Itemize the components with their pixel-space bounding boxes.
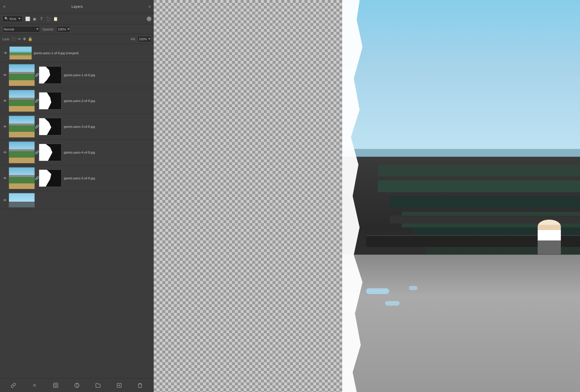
layers-panel: ✕ Layers ≡ 🔍 Kind ⬜ ◉ T ⬛ 📋 Normal Opaci… — [0, 0, 154, 392]
layer-item[interactable]: 👁 giants-pano-1-of-8.jpg (merged) — [0, 44, 154, 62]
layer-name: giants-pano-4-of-8.jpg — [64, 151, 151, 154]
visibility-icon[interactable]: 👁 — [3, 51, 8, 55]
visibility-icon[interactable]: 👁 — [2, 176, 8, 180]
new-group-button[interactable] — [94, 381, 102, 389]
link-icon: 🔗 — [35, 150, 39, 154]
pixel-filter-icon[interactable]: ⬜ — [25, 17, 30, 21]
opacity-input[interactable]: 100% — [56, 26, 70, 32]
smartobj-filter-icon[interactable]: 📋 — [53, 17, 58, 21]
layer-item[interactable]: 👁 🔗 giants-pano-1-of-8.jpg — [0, 62, 154, 88]
photo-content — [342, 0, 580, 392]
chevron-down-icon — [36, 28, 39, 30]
search-icon: 🔍 — [4, 17, 8, 21]
link-icon: 🔗 — [35, 176, 39, 180]
svg-rect-0 — [54, 383, 58, 387]
svg-point-1 — [55, 384, 57, 386]
layer-name: giants-pano-1-of-8.jpg (merged) — [34, 51, 151, 55]
panel-footer: fx — [0, 378, 154, 392]
visibility-icon[interactable]: 👁 — [2, 150, 8, 155]
canvas-image — [342, 0, 580, 392]
visibility-icon[interactable]: 👁 — [2, 198, 8, 203]
adjustment-filter-icon[interactable]: ◉ — [32, 17, 37, 21]
panel-title: Layers — [71, 4, 83, 9]
fx-icon: fx — [33, 383, 36, 387]
layer-item[interactable]: 👁 🔗 giants-pano-2-of-8.jpg — [0, 88, 154, 114]
layer-mask-thumbnail — [39, 118, 61, 135]
lock-icons-group: ⬛ ✏ ✥ 🔒 — [12, 37, 32, 41]
visibility-icon[interactable]: 👁 — [2, 125, 8, 129]
new-adjustment-button[interactable] — [73, 381, 81, 389]
type-filter-icon[interactable]: T — [39, 17, 44, 21]
layer-thumbnail — [9, 167, 35, 189]
panel-menu-button[interactable]: ≡ — [148, 4, 151, 9]
filter-bar: 🔍 Kind ⬜ ◉ T ⬛ 📋 — [0, 13, 154, 24]
layer-mask-thumbnail — [39, 92, 61, 110]
panel-close-button[interactable]: ✕ — [3, 5, 6, 9]
visibility-icon[interactable]: 👁 — [2, 99, 8, 103]
filter-icons-group: ⬜ ◉ T ⬛ 📋 — [25, 17, 58, 21]
blend-mode-value: Normal — [4, 28, 14, 31]
link-icon: 🔗 — [35, 99, 39, 103]
lock-image-icon[interactable]: ✏ — [18, 37, 21, 41]
layer-mask-thumbnail — [39, 66, 61, 84]
layer-thumbnail — [9, 90, 35, 112]
add-mask-button[interactable] — [52, 381, 60, 389]
link-icon: 🔗 — [35, 125, 39, 129]
filter-kind-dropdown[interactable]: 🔍 Kind — [2, 16, 23, 22]
fx-button[interactable]: fx — [30, 381, 39, 389]
layer-item[interactable]: 👁 — [0, 191, 154, 209]
layer-item[interactable]: 👁 🔗 giants-pano-3-of-8.jpg — [0, 114, 154, 140]
lock-label: Lock: — [2, 37, 10, 41]
chevron-down-icon — [67, 28, 70, 30]
lock-fill-bar: Lock: ⬛ ✏ ✥ 🔒 Fill: 100% — [0, 34, 154, 44]
panel-header: ✕ Layers ≡ — [0, 0, 154, 13]
link-layers-button[interactable] — [9, 381, 17, 389]
filter-toggle[interactable] — [147, 17, 151, 21]
lock-position-icon[interactable]: ✥ — [23, 37, 26, 41]
layer-thumbnail — [9, 116, 35, 138]
canvas-area[interactable] — [154, 0, 580, 392]
layer-name: giants-pano-5-of-8.jpg — [64, 176, 151, 180]
layer-name: giants-pano-3-of-8.jpg — [64, 125, 151, 128]
blend-mode-dropdown[interactable]: Normal — [2, 26, 40, 32]
shape-filter-icon[interactable]: ⬛ — [46, 17, 51, 21]
link-icon: 🔗 — [35, 73, 39, 77]
fill-input[interactable]: 100% — [137, 36, 151, 42]
layer-item[interactable]: 👁 🔗 giants-pano-4-of-8.jpg — [0, 140, 154, 165]
layer-mask-thumbnail — [39, 144, 61, 161]
layer-name: giants-pano-1-of-8.jpg — [64, 73, 151, 77]
layer-name: giants-pano-2-of-8.jpg — [64, 99, 151, 103]
fill-label: Fill: — [131, 37, 136, 41]
blend-opacity-bar: Normal Opacity: 100% — [0, 24, 154, 34]
lock-all-icon[interactable]: 🔒 — [28, 37, 32, 41]
opacity-label: Opacity: — [42, 28, 54, 31]
delete-layer-button[interactable] — [136, 381, 144, 389]
layer-thumbnail — [9, 141, 35, 163]
layer-thumbnail — [9, 64, 35, 86]
layers-list: 👁 giants-pano-1-of-8.jpg (merged) 👁 🔗 gi… — [0, 44, 154, 378]
layer-thumbnail — [9, 193, 35, 207]
new-layer-button[interactable] — [115, 381, 123, 389]
layer-mask-thumbnail — [39, 169, 61, 187]
chevron-down-icon — [18, 18, 21, 19]
layer-item[interactable]: 👁 🔗 giants-pano-5-of-8.jpg — [0, 165, 154, 191]
visibility-icon[interactable]: 👁 — [2, 73, 8, 77]
lock-pixels-icon[interactable]: ⬛ — [12, 37, 16, 41]
layer-thumbnail — [9, 46, 32, 60]
chevron-down-icon — [148, 38, 151, 40]
